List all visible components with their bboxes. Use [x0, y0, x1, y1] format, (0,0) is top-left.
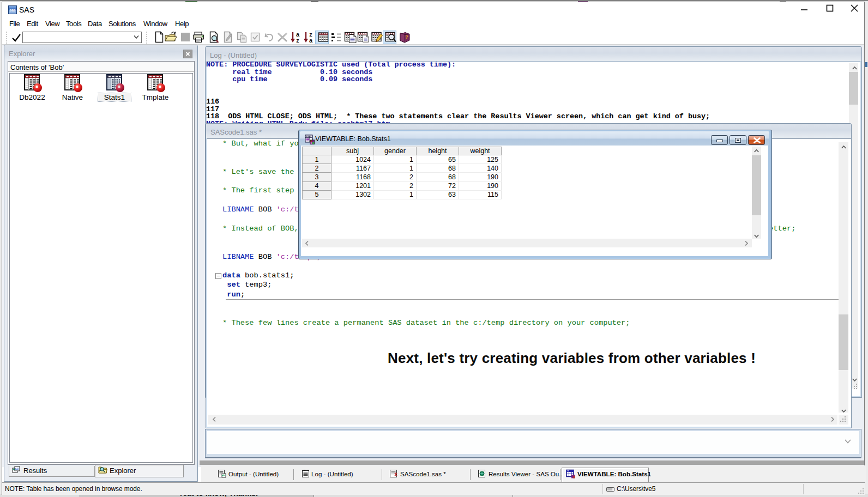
svg-text:a: a [309, 37, 313, 44]
svg-text:sas: sas [10, 8, 16, 12]
svg-text:?: ? [405, 34, 408, 40]
svg-text:z: z [296, 37, 299, 44]
